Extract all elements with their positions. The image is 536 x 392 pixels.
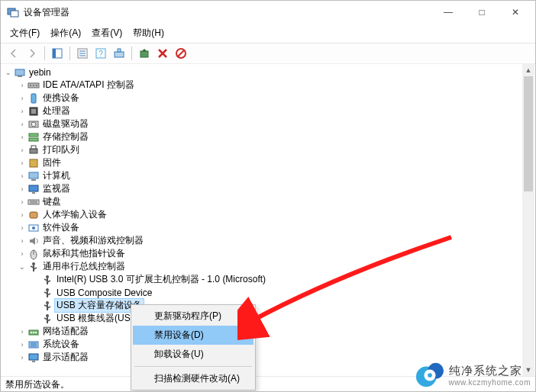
- tree-node[interactable]: Intel(R) USB 3.0 可扩展主机控制器 - 1.0 (Microso…: [2, 273, 522, 286]
- menu-view[interactable]: 查看(V): [87, 25, 127, 41]
- menu-file[interactable]: 文件(F): [5, 25, 44, 41]
- tree-node-label: 鼠标和其他指针设备: [43, 247, 125, 260]
- show-hidden-button[interactable]: [49, 45, 66, 62]
- svg-rect-12: [140, 51, 148, 57]
- properties-button[interactable]: [74, 45, 91, 62]
- scroll-track[interactable]: [522, 76, 534, 364]
- expand-icon[interactable]: ›: [17, 224, 27, 232]
- expand-icon[interactable]: ›: [17, 133, 27, 141]
- tree-node-label: 人体学输入设备: [43, 208, 107, 221]
- expand-icon[interactable]: ›: [17, 146, 27, 154]
- tree-node[interactable]: ›便携设备: [2, 92, 522, 104]
- svg-rect-15: [15, 69, 24, 76]
- tree-node-label: 监视器: [43, 182, 70, 195]
- svg-line-14: [178, 50, 184, 56]
- svg-rect-23: [31, 109, 36, 114]
- device-tree[interactable]: ⌄yebin›IDE ATA/ATAPI 控制器›便携设备›处理器›磁盘驱动器›…: [2, 64, 522, 376]
- tree-node[interactable]: USB 大容量存储设备: [2, 299, 522, 312]
- vertical-scrollbar[interactable]: ▲ ▼: [522, 64, 534, 376]
- expand-icon[interactable]: ›: [17, 328, 27, 336]
- close-button[interactable]: ✕: [499, 1, 532, 24]
- expand-icon[interactable]: ›: [17, 341, 27, 349]
- disable-button[interactable]: [173, 45, 189, 62]
- scan-button[interactable]: [111, 45, 128, 62]
- firmware-icon: [27, 157, 40, 169]
- update-driver-button[interactable]: [136, 45, 153, 62]
- tree-node-label: Intel(R) USB 3.0 可扩展主机控制器 - 1.0 (Microso…: [57, 273, 266, 286]
- tree-node-label: USB Composite Device: [57, 288, 152, 298]
- expand-icon[interactable]: ›: [17, 120, 27, 128]
- menu-scan-hardware[interactable]: 扫描检测硬件改动(A): [133, 369, 253, 388]
- expand-icon[interactable]: ›: [17, 354, 27, 361]
- tree-node[interactable]: ›监视器: [2, 182, 522, 195]
- expand-icon[interactable]: ›: [17, 237, 27, 245]
- tree-node[interactable]: ›计算机: [2, 169, 522, 182]
- toolbar-separator: [44, 47, 45, 60]
- toolbar-separator: [69, 47, 70, 60]
- tree-node[interactable]: ›人体学输入设备: [2, 208, 522, 221]
- tree-node[interactable]: USB 根集线器(US: [2, 312, 522, 325]
- tree-node[interactable]: ›声音、视频和游戏控制器: [2, 234, 522, 247]
- minimize-button[interactable]: —: [431, 1, 465, 24]
- system-icon: [27, 339, 40, 351]
- expand-icon[interactable]: ›: [17, 82, 27, 89]
- menu-update-driver[interactable]: 更新驱动程序(P): [133, 307, 253, 326]
- expand-icon[interactable]: ›: [17, 108, 27, 115]
- svg-rect-16: [18, 76, 22, 77]
- watermark-text: 纯净系统之家: [449, 364, 531, 378]
- svg-rect-11: [118, 49, 121, 52]
- tree-node[interactable]: ›磁盘驱动器: [2, 117, 522, 130]
- svg-point-40: [32, 227, 35, 230]
- tree-node[interactable]: USB Composite Device: [2, 286, 522, 299]
- menu-disable-device[interactable]: 禁用设备(D): [133, 326, 253, 345]
- tree-node[interactable]: ›IDE ATA/ATAPI 控制器: [2, 79, 522, 92]
- svg-rect-65: [33, 332, 34, 333]
- expand-icon[interactable]: ›: [17, 172, 27, 180]
- portable-icon: [27, 92, 40, 104]
- tree-node[interactable]: ›处理器: [2, 104, 522, 117]
- usb-icon: [41, 313, 53, 325]
- usb-icon: [41, 274, 53, 286]
- tree-node[interactable]: ›固件: [2, 156, 522, 169]
- tree-node[interactable]: ›网络适配器: [2, 325, 522, 338]
- uninstall-button[interactable]: [154, 45, 171, 62]
- scroll-up-icon[interactable]: ▲: [522, 64, 534, 76]
- svg-text:?: ?: [98, 50, 103, 58]
- toolbar-separator: [131, 47, 132, 60]
- svg-point-47: [46, 275, 49, 278]
- expand-icon[interactable]: ›: [17, 198, 27, 206]
- maximize-button[interactable]: □: [465, 1, 499, 24]
- collapse-icon[interactable]: ⌄: [17, 263, 27, 271]
- tree-node[interactable]: ›鼠标和其他指针设备: [2, 247, 522, 260]
- usb-icon: [41, 300, 53, 312]
- menu-help[interactable]: 帮助(H): [128, 25, 169, 41]
- expand-icon[interactable]: ›: [17, 211, 27, 219]
- storage-icon: [27, 131, 40, 143]
- tree-node[interactable]: ›存储控制器: [2, 130, 522, 143]
- tree-node[interactable]: ⌄通用串行总线控制器: [2, 260, 522, 273]
- tree-node-label: 存储控制器: [43, 130, 89, 143]
- tree-node[interactable]: ›键盘: [2, 195, 522, 208]
- tree-node[interactable]: ›软件设备: [2, 221, 522, 234]
- svg-point-51: [46, 288, 49, 291]
- menu-action[interactable]: 操作(A): [46, 25, 86, 41]
- network-icon: [27, 326, 40, 338]
- titlebar: 设备管理器 — □ ✕: [1, 1, 535, 24]
- toolbar: ?: [1, 43, 535, 64]
- expand-icon[interactable]: ›: [17, 95, 27, 102]
- tree-node[interactable]: ›系统设备: [2, 338, 522, 351]
- expand-icon[interactable]: ›: [17, 185, 27, 193]
- menu-uninstall-device[interactable]: 卸载设备(U): [133, 345, 253, 364]
- tree-node[interactable]: ⌄yebin: [2, 66, 522, 79]
- expand-icon[interactable]: ›: [17, 250, 27, 258]
- svg-rect-34: [32, 192, 35, 194]
- scroll-thumb[interactable]: [524, 76, 533, 191]
- svg-rect-71: [29, 354, 38, 360]
- svg-rect-3: [53, 49, 56, 58]
- svg-rect-21: [31, 94, 36, 103]
- svg-rect-27: [29, 138, 38, 141]
- help-button[interactable]: ?: [92, 45, 109, 62]
- tree-node[interactable]: ›打印队列: [2, 143, 522, 156]
- expand-icon[interactable]: ›: [17, 159, 27, 167]
- collapse-icon[interactable]: ⌄: [3, 69, 14, 76]
